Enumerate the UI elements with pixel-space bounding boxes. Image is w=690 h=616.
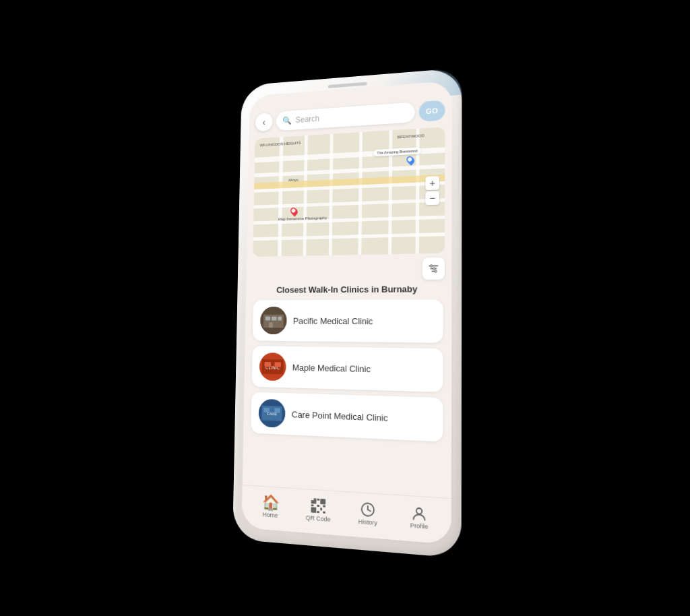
nav-profile-label: Profile [410,522,429,530]
go-button[interactable]: GO [419,100,445,121]
nav-home-label: Home [263,511,278,519]
svg-rect-11 [269,322,273,328]
search-bar[interactable]: 🔍 Search [276,102,415,131]
pacific-thumb-img [260,307,287,334]
maple-thumb-img: CLINIC [259,352,286,381]
nav-profile[interactable]: Profile [393,503,445,532]
clinic-card-maple[interactable]: CLINIC Maple Medical Clinic [252,346,443,392]
back-button[interactable]: ‹ [255,113,273,131]
phone-mockup: ‹ 🔍 Search GO [232,68,462,559]
svg-point-22 [362,503,374,516]
clinic-card-carepoint[interactable]: CARE Care Point Medical Clinic [251,392,443,442]
svg-rect-20 [263,408,270,412]
clinic-thumb-carepoint: CARE [259,399,286,428]
svg-line-24 [368,510,371,511]
svg-rect-9 [272,317,277,321]
profile-icon [411,505,427,522]
map-zoom-out[interactable]: − [425,191,439,205]
map-background: WILLINGDON HEIGHTS BRENTWOOD Alloyc. The… [253,127,445,257]
filter-icon [428,263,439,274]
app-screen: ‹ 🔍 Search GO [241,81,451,545]
bottom-nav: 🏠 Home [241,485,451,545]
map-pin-blue [405,155,416,166]
svg-rect-8 [265,317,271,321]
road-v5 [388,130,392,254]
clinic-list: Pacific Medical Clinic CLINIC [243,300,452,499]
clinic-name-maple: Maple Medical Clinic [292,362,371,374]
qr-code-icon [311,497,325,514]
home-icon: 🏠 [261,495,279,511]
section-title: Closest Walk-In Clinics in Burnaby [246,282,451,301]
nav-history-label: History [358,518,377,526]
carepoint-thumb-img: CARE [259,399,286,428]
nav-qrcode-label: QR Code [306,514,331,522]
search-icon: 🔍 [282,116,292,125]
map-label-alloyc: Alloyc. [288,178,300,183]
phone-shell: ‹ 🔍 Search GO [232,68,462,559]
clinic-card-pacific[interactable]: Pacific Medical Clinic [253,300,443,343]
filter-button[interactable] [422,257,445,280]
map-zoom-controls: + − [425,176,439,205]
phone-screen: ‹ 🔍 Search GO [241,81,451,545]
clinic-thumb-maple: CLINIC [259,352,286,381]
svg-rect-10 [278,317,282,321]
svg-rect-16 [274,362,280,367]
map-zoom-in[interactable]: + [425,176,439,190]
history-icon [360,501,375,517]
svg-rect-15 [265,362,271,367]
nav-home[interactable]: 🏠 Home [247,493,294,520]
svg-rect-21 [274,408,280,412]
nav-history[interactable]: History [343,500,394,528]
map-info-amazing-text: The Amazing Brentwood [377,149,417,155]
back-arrow-icon: ‹ [262,117,265,127]
search-placeholder: Search [295,114,319,125]
filter-btn-wrap [246,257,451,284]
map-area[interactable]: WILLINGDON HEIGHTS BRENTWOOD Alloyc. The… [253,127,445,257]
svg-point-3 [431,265,433,267]
road-v6 [416,129,420,254]
map-label-brentwood: BRENTWOOD [398,133,425,139]
top-bar: ‹ 🔍 Search GO [249,81,452,137]
svg-point-25 [416,507,422,514]
clinic-thumb-pacific [260,307,287,334]
nav-qrcode[interactable]: QR Code [294,497,343,524]
clinic-name-pacific: Pacific Medical Clinic [293,315,373,326]
svg-point-4 [433,268,435,270]
clinic-name-carepoint: Care Point Medical Clinic [292,409,388,423]
svg-point-5 [435,270,437,272]
